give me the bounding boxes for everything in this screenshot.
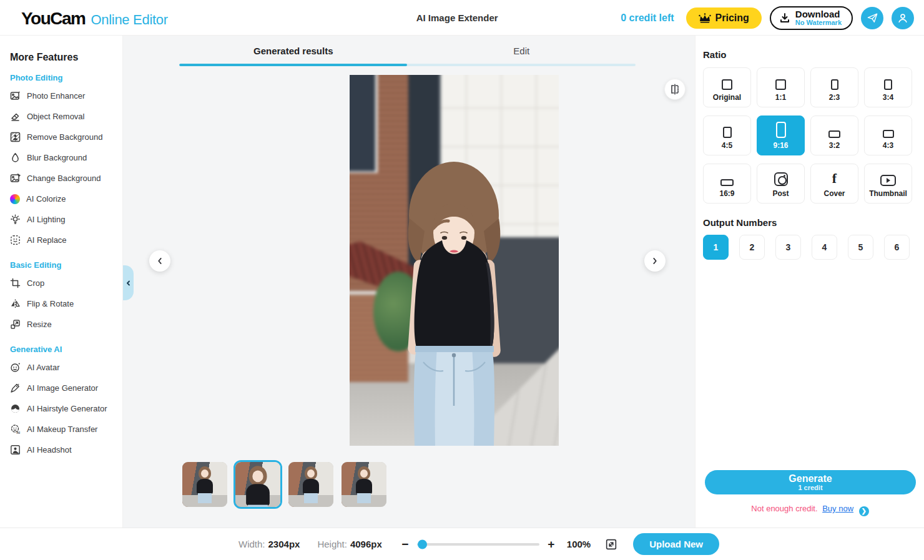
zoom-slider-thumb[interactable] <box>418 539 427 549</box>
sidebar-item-ai-avatar[interactable]: AI Avatar <box>10 357 122 378</box>
thumbnail-1[interactable] <box>182 462 227 507</box>
ratio-1-1[interactable]: 1:1 <box>757 67 805 107</box>
ratio-label: Cover <box>823 190 845 197</box>
ratio-title: Ratio <box>703 49 924 60</box>
compare-icon <box>669 83 681 96</box>
download-icon <box>779 12 791 24</box>
share-button[interactable] <box>861 7 883 29</box>
height-value: 4096px <box>350 539 382 549</box>
sidebar-item-ai-makeup-transfer[interactable]: AI AI Makeup Transfer <box>10 419 122 440</box>
ratio-16-9[interactable]: 16:9 <box>703 164 751 204</box>
ratio-instagram-post[interactable]: Post <box>757 164 805 204</box>
ratio-3-4[interactable]: 3:4 <box>864 67 912 107</box>
ai-headshot-icon: AI <box>10 445 21 455</box>
next-result-button[interactable] <box>644 250 666 272</box>
fullscreen-button[interactable] <box>604 538 618 551</box>
buy-now-arrow-icon[interactable]: ❯ <box>859 506 869 516</box>
user-icon <box>897 12 909 24</box>
download-sublabel: No Watermark <box>795 19 842 27</box>
sidebar-item-ai-headshot[interactable]: AI AI Headshot <box>10 440 122 460</box>
remove-background-icon <box>10 132 21 142</box>
output-5[interactable]: 5 <box>848 235 873 260</box>
account-button[interactable] <box>892 7 914 29</box>
youcam-logo[interactable]: YouCam Online Editor <box>21 9 168 29</box>
sidebar-item-change-background[interactable]: Change Background <box>10 168 122 189</box>
ratio-label: 1:1 <box>775 94 786 101</box>
output-1-selected[interactable]: 1 <box>703 235 729 260</box>
upload-new-label: Upload New <box>649 539 703 549</box>
zoom-slider[interactable] <box>417 543 539 546</box>
photo-enhancer-icon <box>10 91 21 101</box>
sidebar-item-resize[interactable]: Resize <box>10 314 122 335</box>
ratio-label: Post <box>772 190 789 197</box>
ratio-original[interactable]: Original <box>703 67 751 107</box>
ai-hairstyle-icon <box>10 403 21 414</box>
logo-product: Online Editor <box>91 12 168 28</box>
page-title: AI Image Extender <box>416 12 498 23</box>
portrait-ratio-icon <box>831 79 838 90</box>
generated-image[interactable] <box>350 75 559 446</box>
sidebar-item-ai-colorize[interactable]: AI Colorize <box>10 189 122 209</box>
sidebar-item-label: Change Background <box>27 174 101 183</box>
bottom-toolbar: Width: 2304px Height: 4096px − + 100% Up… <box>0 528 924 560</box>
compare-before-after-button[interactable] <box>664 79 686 100</box>
sidebar-item-ai-lighting[interactable]: AI Lighting <box>10 209 122 230</box>
output-numbers-title: Output Numbers <box>703 217 924 228</box>
download-label: Download <box>795 9 842 19</box>
sidebar-item-ai-replace[interactable]: AI Replace <box>10 230 122 250</box>
logo-brand: YouCam <box>21 9 86 29</box>
features-sidebar: More Features Photo Editing Photo Enhanc… <box>0 36 123 528</box>
download-button[interactable]: Download No Watermark <box>770 6 853 30</box>
facebook-icon: f <box>832 171 837 186</box>
tab-edit[interactable]: Edit <box>408 46 636 61</box>
change-background-icon <box>10 173 21 184</box>
ai-image-generator-icon <box>10 383 21 393</box>
ratio-9-16-selected[interactable]: 9:16 <box>757 115 805 155</box>
ratio-youtube-thumbnail[interactable]: Thumbnail <box>864 164 912 204</box>
sidebar-item-ai-hairstyle-generator[interactable]: AI Hairstyle Generator <box>10 398 122 419</box>
ratio-3-2[interactable]: 3:2 <box>810 115 858 155</box>
thumbnail-2-selected[interactable] <box>235 462 280 507</box>
sidebar-item-label: AI Headshot <box>27 445 72 454</box>
settings-panel: Ratio Original 1:1 2:3 3:4 4:5 9:16 3:2 <box>695 36 924 528</box>
sidebar-item-label: AI Image Generator <box>27 383 98 393</box>
ratio-4-5[interactable]: 4:5 <box>703 115 751 155</box>
sidebar-item-object-removal[interactable]: Object Removal <box>10 106 122 127</box>
ratio-4-3[interactable]: 4:3 <box>864 115 912 155</box>
landscape-ratio-icon <box>720 179 734 186</box>
width-value: 2304px <box>268 539 300 549</box>
thumbnail-4[interactable] <box>342 462 386 507</box>
thumbnail-3[interactable] <box>288 462 333 507</box>
sidebar-item-photo-enhancer[interactable]: Photo Enhancer <box>10 86 122 106</box>
generate-button[interactable]: Generate 1 credit <box>705 470 916 494</box>
output-3[interactable]: 3 <box>775 235 801 260</box>
output-6[interactable]: 6 <box>884 235 910 260</box>
sidebar-item-blur-background[interactable]: Blur Background <box>10 147 122 168</box>
credits-left-label: 0 credit left <box>621 12 674 24</box>
sidebar-item-ai-image-generator[interactable]: AI Image Generator <box>10 378 122 398</box>
sidebar-item-flip-rotate[interactable]: Flip & Rotate <box>10 293 122 314</box>
buy-now-link[interactable]: Buy now <box>822 504 853 513</box>
sidebar-title: More Features <box>10 52 122 63</box>
resize-icon <box>10 319 21 330</box>
previous-result-button[interactable] <box>149 250 170 272</box>
ratio-grid: Original 1:1 2:3 3:4 4:5 9:16 3:2 4:3 <box>703 67 924 204</box>
zoom-out-button[interactable]: − <box>400 538 411 551</box>
sidebar-item-crop[interactable]: Crop <box>10 273 122 293</box>
sidebar-item-remove-background[interactable]: Remove Background <box>10 127 122 147</box>
sidebar-item-label: AI Replace <box>27 235 67 245</box>
upload-new-button[interactable]: Upload New <box>633 533 719 555</box>
credit-warning-row: Not enough credit. Buy now ❯ <box>695 504 924 516</box>
ratio-facebook-cover[interactable]: f Cover <box>810 164 858 204</box>
ratio-2-3[interactable]: 2:3 <box>810 67 858 107</box>
pricing-button[interactable]: Pricing <box>686 7 762 29</box>
width-readout: Width: 2304px <box>238 539 300 549</box>
ratio-label: 3:4 <box>883 94 893 101</box>
tab-generated-results[interactable]: Generated results <box>179 46 408 61</box>
ratio-label: 9:16 <box>773 142 788 149</box>
zoom-in-button[interactable]: + <box>546 538 557 551</box>
sidebar-collapse-handle[interactable] <box>123 265 134 300</box>
output-4[interactable]: 4 <box>812 235 837 260</box>
crop-icon <box>10 278 21 288</box>
output-2[interactable]: 2 <box>739 235 765 260</box>
